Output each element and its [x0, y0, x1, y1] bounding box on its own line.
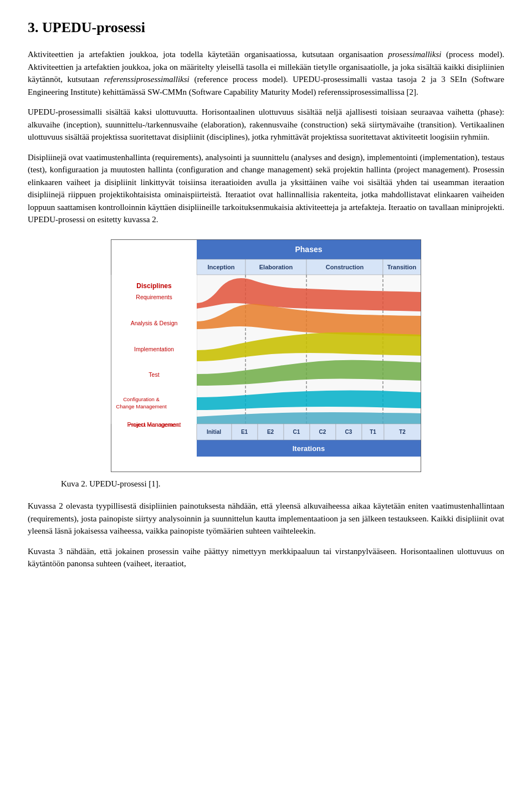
svg-text:Phases: Phases: [295, 245, 322, 254]
svg-text:Disciplines: Disciplines: [136, 282, 172, 290]
svg-text:Inception: Inception: [208, 264, 235, 270]
svg-text:Analysis & Design: Analysis & Design: [131, 320, 178, 326]
svg-text:Initial: Initial: [207, 429, 221, 435]
paragraph-4: Kuvassa 2 olevasta tyypillisestä disipli…: [28, 500, 504, 537]
svg-text:Construction: Construction: [326, 264, 364, 270]
page-title: 3. UPEDU-prosessi: [28, 17, 504, 38]
svg-text:Iterations: Iterations: [293, 444, 325, 453]
svg-text:Project Management: Project Management: [127, 421, 181, 428]
svg-text:C1: C1: [293, 429, 300, 435]
svg-text:Requirements: Requirements: [136, 294, 172, 300]
svg-text:E1: E1: [241, 429, 248, 435]
svg-text:Implementation: Implementation: [134, 346, 174, 352]
svg-text:C2: C2: [319, 429, 326, 435]
svg-text:E2: E2: [267, 429, 274, 435]
svg-text:Elaboration: Elaboration: [259, 264, 293, 270]
upedu-diagram: Phases Inception Elaboration Constructio…: [28, 239, 504, 472]
svg-text:T1: T1: [370, 429, 376, 435]
svg-text:T2: T2: [399, 429, 406, 435]
svg-text:Configuration &: Configuration &: [123, 396, 160, 402]
figure-caption: Kuva 2. UPEDU-prosessi [1].: [61, 478, 504, 490]
svg-text:C3: C3: [345, 429, 352, 435]
svg-text:Transition: Transition: [387, 264, 417, 270]
paragraph-3: Disipliinejä ovat vaatimustenhallinta (r…: [28, 151, 504, 226]
paragraph-5: Kuvasta 3 nähdään, että jokainen prosess…: [28, 545, 504, 570]
svg-text:Test: Test: [149, 371, 159, 378]
paragraph-1: Aktiviteettien ja artefaktien joukkoa, j…: [28, 48, 504, 98]
paragraph-2: UPEDU-prosessimalli sisältää kaksi ulott…: [28, 106, 504, 144]
svg-text:Change Management: Change Management: [116, 403, 167, 409]
